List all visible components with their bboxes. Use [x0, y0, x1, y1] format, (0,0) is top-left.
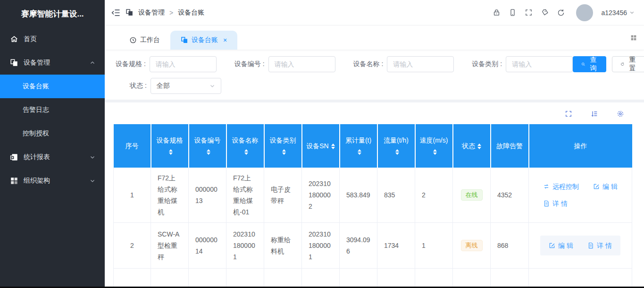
remote-control-link[interactable]: 远程控制 — [543, 181, 579, 192]
col-flow[interactable]: 流量(t/h) — [377, 124, 415, 168]
sidebar-item-device-management[interactable]: 设备管理 — [0, 51, 105, 75]
col-spec[interactable]: 设备规格 — [151, 124, 189, 168]
sidebar-item-statistics[interactable]: 统计报表 — [0, 145, 105, 169]
mobile-icon[interactable] — [509, 8, 517, 17]
sidebar-item-label: 告警日志 — [23, 106, 49, 114]
reset-icon — [620, 61, 625, 68]
col-category[interactable]: 设备类别 — [264, 124, 302, 168]
sort-icon[interactable] — [169, 149, 173, 155]
reset-button[interactable]: 重 置 — [612, 56, 644, 72]
col-speed[interactable]: 速度(m/s) — [415, 124, 453, 168]
table-settings-gear-icon[interactable] — [617, 110, 624, 118]
sort-icon[interactable] — [395, 149, 399, 155]
cell-flow: 835 — [377, 168, 415, 222]
sidebar: 赛摩智能计量设... 首页 设备管理 设备台账 告警日志 控制授权 统计报表 — [0, 0, 105, 288]
tab-device-ledger[interactable]: 设备台账 × — [170, 31, 237, 50]
main-area: 设备管理 > 设备台账 a123456 — [105, 0, 644, 288]
tab-bar: 工作台 设备台账 × — [105, 25, 644, 50]
cell-sn: 2023101800001 — [302, 222, 340, 268]
filter-name-input[interactable] — [387, 56, 454, 72]
status-select[interactable]: 全部 — [151, 78, 221, 94]
menu-fold-icon[interactable] — [111, 8, 121, 17]
sort-icon[interactable] — [358, 149, 361, 155]
status-select-value: 全部 — [157, 82, 170, 90]
detail-link[interactable]: 详 情 — [587, 240, 612, 251]
tab-workbench[interactable]: 工作台 — [119, 31, 170, 50]
col-code[interactable]: 设备编号 — [189, 124, 226, 168]
col-status[interactable]: 状态 — [453, 124, 491, 168]
user-avatar[interactable] — [576, 4, 593, 21]
tab-label: 工作台 — [140, 36, 160, 44]
col-name[interactable]: 设备名称 — [226, 124, 264, 168]
sort-icon[interactable] — [331, 144, 335, 149]
filter-category-label: 设备类别 : — [472, 60, 502, 68]
cell-flow — [377, 268, 415, 288]
cell-total: 3094.096 — [340, 222, 377, 268]
close-icon[interactable]: × — [223, 36, 227, 44]
chevron-down-icon — [90, 178, 95, 184]
breadcrumb-section[interactable]: 设备管理 — [138, 8, 165, 17]
filter-spec: 设备规格 : — [116, 56, 217, 72]
refresh-icon[interactable] — [557, 8, 565, 17]
device-icon — [125, 8, 134, 17]
cell-flow: 1734 — [377, 222, 415, 268]
cell-fault: 4352 — [491, 168, 529, 222]
tab-options-icon[interactable] — [630, 34, 637, 42]
sidebar-item-label: 统计报表 — [24, 153, 50, 161]
filter-code-input[interactable] — [268, 56, 335, 72]
theme-tag-icon[interactable] — [541, 8, 549, 17]
filter-name: 设备名称 : — [353, 56, 454, 72]
edit-link[interactable]: 编 辑 — [593, 181, 618, 192]
user-menu[interactable]: a123456 — [601, 9, 635, 17]
cell-total: 583.849 — [340, 168, 377, 222]
lock-icon[interactable] — [493, 8, 501, 17]
cell-category: 称重给料机 — [264, 268, 302, 288]
breadcrumb-page: 设备台账 — [178, 8, 204, 17]
sidebar-item-organization[interactable]: 组织架构 — [0, 169, 105, 193]
filter-code-label: 设备编号 : — [234, 60, 265, 68]
table-header-row: 序号 设备规格 设备编号 设备名称 设备类别 设备SN 累计量(t) 流量(t/… — [114, 124, 632, 168]
sort-icon[interactable] — [477, 144, 481, 149]
col-total[interactable]: 累计量(t) — [340, 124, 377, 168]
table-toolbar — [113, 107, 632, 124]
table-density-icon[interactable] — [591, 110, 598, 118]
filter-category-input[interactable] — [506, 56, 573, 72]
top-header: 设备管理 > 设备台账 a123456 — [105, 0, 644, 25]
cell-category: 称重给料机 — [264, 222, 302, 268]
status-badge: 在线 — [461, 189, 483, 201]
sidebar-item-label: 组织架构 — [24, 177, 50, 185]
remote-control-icon — [543, 183, 550, 190]
status-badge: 离线 — [461, 240, 483, 251]
chevron-down-icon — [90, 154, 95, 160]
sidebar-item-control-auth[interactable]: 控制授权 — [0, 122, 105, 145]
sort-icon[interactable] — [433, 149, 437, 155]
sort-icon[interactable] — [207, 149, 210, 155]
sort-icon[interactable] — [244, 149, 248, 155]
cell-spec: F55耐压式秤 — [151, 268, 189, 288]
filter-spec-input[interactable] — [150, 56, 217, 72]
col-sn[interactable]: 设备SN — [302, 124, 340, 168]
sidebar-item-label: 设备管理 — [24, 59, 50, 67]
filter-spec-label: 设备规格 : — [116, 60, 146, 68]
filter-category: 设备类别 : — [472, 56, 573, 72]
sidebar-item-home[interactable]: 首页 — [0, 27, 105, 51]
filter-name-label: 设备名称 : — [353, 60, 384, 68]
filter-status: 状态 : 全部 — [130, 78, 221, 94]
tab-label: 设备台账 — [192, 36, 218, 44]
fullscreen-icon[interactable] — [525, 8, 533, 17]
col-index: 序号 — [114, 124, 151, 168]
cell-speed: 1 — [415, 222, 453, 268]
sidebar-item-device-ledger[interactable]: 设备台账 — [0, 75, 105, 98]
org-icon — [9, 176, 19, 186]
search-button[interactable]: 查 询 — [573, 56, 606, 72]
sort-icon[interactable] — [282, 149, 286, 155]
device-icon — [181, 36, 188, 44]
sidebar-item-alarm-log[interactable]: 告警日志 — [0, 98, 105, 122]
table-fullscreen-icon[interactable] — [565, 110, 572, 118]
home-icon — [9, 34, 19, 44]
edit-link[interactable]: 编 辑 — [549, 240, 573, 251]
detail-link[interactable]: 详 情 — [543, 198, 568, 209]
document-icon — [543, 200, 550, 207]
cell-index: 2 — [114, 222, 151, 268]
filter-code: 设备编号 : — [234, 56, 335, 72]
